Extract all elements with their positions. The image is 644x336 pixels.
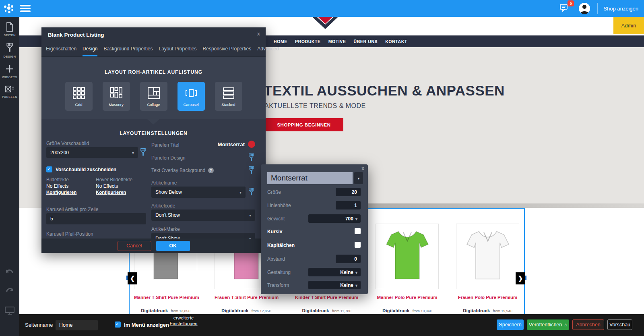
product-price: Digitaldruck from 11,78€ [295, 307, 358, 314]
redo-icon[interactable] [5, 288, 14, 296]
layout-option-carousel[interactable]: Carousel [178, 82, 205, 111]
stacked-icon [222, 86, 235, 100]
undo-icon[interactable] [5, 269, 14, 277]
caret-down-icon [132, 150, 134, 156]
print-method: Digitaldruck [382, 308, 409, 313]
panel-design-brush-icon[interactable] [248, 153, 254, 162]
transform-select[interactable]: Keine [308, 281, 361, 289]
ok-button[interactable]: OK [156, 241, 190, 251]
text-overlay-label: Text Overlay Background [151, 168, 205, 173]
article-code-label: Artikelcode [151, 203, 175, 209]
user-avatar[interactable] [579, 3, 590, 14]
abort-button[interactable]: Abbrechen [572, 319, 604, 330]
print-method: Digitaldruck [302, 308, 329, 313]
article-code-select[interactable]: Don't Show [151, 209, 255, 221]
sidebar-item-design[interactable]: DESIGN [0, 43, 19, 58]
layout-option-grid[interactable]: Grid [65, 82, 93, 111]
product-card[interactable]: Frauen Polo Pure Premium Digitaldruck fr… [456, 224, 519, 314]
style-brush-icon[interactable] [140, 148, 146, 157]
sidebar-item-panelen[interactable]: PANELEN [0, 85, 19, 99]
publish-button[interactable]: Veröffentlichen △ [527, 319, 569, 330]
nav-item-ueber-uns[interactable]: ÜBER UNS [354, 39, 378, 44]
tab-background-properties[interactable]: Background Properties [103, 42, 153, 56]
italic-checkbox[interactable] [355, 228, 361, 234]
help-icon[interactable]: ? [208, 168, 214, 173]
builder-logo-icon[interactable] [3, 3, 14, 14]
preview-button[interactable]: Vorschau [607, 319, 632, 330]
configure-hover-effects-link[interactable]: Konfigurieren [96, 190, 126, 195]
admin-tab[interactable]: Admin [613, 17, 644, 34]
items-per-row-input[interactable]: 5 [46, 213, 146, 224]
cancel-button[interactable]: Cancel [118, 241, 151, 251]
product-name[interactable]: Männer T-Shirt Pure Premium [134, 295, 197, 300]
tab-advanced[interactable]: Advanced [257, 42, 279, 56]
sidebar-item-widgets[interactable]: WIDGETS [0, 64, 19, 79]
device-preview-icon[interactable] [4, 306, 15, 315]
advanced-settings-link[interactable]: erweiterte Einstellungen [164, 315, 203, 326]
font-family-dropdown-button[interactable] [354, 172, 363, 184]
layout-option-collage[interactable]: Collage [140, 82, 167, 111]
size-input[interactable]: 20 [336, 188, 361, 196]
weight-select[interactable]: 700 [308, 214, 361, 223]
advanced-settings-line1: erweiterte [173, 315, 194, 320]
configure-effects-link[interactable]: Konfigurieren [46, 190, 76, 195]
spacing-input[interactable]: 0 [336, 255, 361, 263]
article-name-select[interactable]: Show Below [151, 187, 246, 198]
hero-title: TEXTIL AUSSUCHEN & ANPASSEN [264, 83, 505, 99]
small-caps-checkbox[interactable] [355, 242, 361, 248]
nav-item-kontakt[interactable]: KONTAKT [385, 39, 407, 44]
product-name[interactable]: Männer Polo Pure Premium [376, 295, 439, 300]
article-name-brush-icon[interactable] [248, 187, 254, 197]
product-name[interactable]: Frauen T-Shirt Pure Premium [215, 295, 278, 300]
nav-item-motive[interactable]: MOTIVE [328, 39, 346, 44]
price-from: from 11,78€ [332, 309, 351, 313]
product-card[interactable]: Männer Polo Pure Premium Digitaldruck fr… [376, 224, 439, 314]
price-from: from 19,94€ [413, 309, 432, 313]
font-color-swatch[interactable] [248, 141, 255, 148]
tab-responsive-properties[interactable]: Responsive Properties [203, 42, 252, 56]
product-name[interactable]: Kinder T-Shirt Pure Premium [295, 295, 358, 300]
crop-checkbox[interactable] [46, 166, 52, 172]
decoration-select[interactable]: Keine [308, 268, 361, 276]
page-name-input[interactable]: Home [56, 320, 98, 330]
tab-eigenschaften[interactable]: Eigenschaften [46, 42, 76, 56]
dialog-header[interactable]: Blank Product Listing x [41, 27, 266, 42]
caret-down-icon [355, 270, 357, 275]
shop-anzeigen-link[interactable]: Shop anzeigen [598, 0, 644, 17]
sidebar-item-seiten[interactable]: SEITEN [0, 22, 19, 37]
carousel-next-button[interactable]: ❯ [516, 272, 525, 284]
close-icon[interactable]: x [361, 166, 364, 171]
layout-option-masonry[interactable]: Masonry [103, 82, 130, 111]
panels-icon [5, 85, 14, 93]
crop-checkbox-row: Vorschaubild zuschneiden [46, 166, 116, 172]
carousel-prev-button[interactable]: ❮ [128, 272, 137, 284]
article-name-label: Artikelname [151, 180, 177, 186]
text-overlay-brush-icon[interactable] [248, 166, 254, 175]
close-icon[interactable]: x [257, 31, 260, 37]
font-family-select[interactable]: Montserrat [267, 172, 353, 184]
menu-icon[interactable] [20, 5, 31, 12]
effects-label: Bildeffekte [46, 177, 69, 183]
nav-item-produkte[interactable]: PRODUKTE [295, 39, 321, 44]
save-button[interactable]: Speichern [497, 319, 524, 330]
tab-layout-properties[interactable]: Layout Properties [159, 42, 197, 56]
collage-icon [147, 86, 161, 100]
carousel-icon [184, 86, 198, 100]
dialog-footer: Cancel OK [41, 239, 266, 253]
brush-icon [6, 43, 13, 53]
layout-option-stacked[interactable]: Stacked [215, 82, 242, 111]
notifications-button[interactable]: 0 [559, 3, 572, 14]
panel-title-font-value[interactable]: Montserrat [218, 141, 245, 147]
product-name[interactable]: Frauen Polo Pure Premium [456, 295, 519, 300]
advanced-settings-line2: Einstellungen [169, 321, 197, 326]
thumb-size-select[interactable]: 200x200 [46, 147, 138, 158]
caret-down-icon [355, 216, 357, 222]
tab-design[interactable]: Design [83, 42, 97, 56]
transform-label: Transform [267, 282, 289, 288]
show-in-menu-checkbox[interactable] [115, 321, 121, 328]
shopping-beginnen-button[interactable]: SHOPPING BEGINNEN [264, 118, 343, 131]
line-height-input[interactable]: 1 [336, 201, 361, 209]
plus-icon [5, 64, 14, 74]
product-price: Digitaldruck from 13,85€ [134, 307, 197, 314]
product-price: Digitaldruck from 19,94€ [376, 307, 439, 314]
